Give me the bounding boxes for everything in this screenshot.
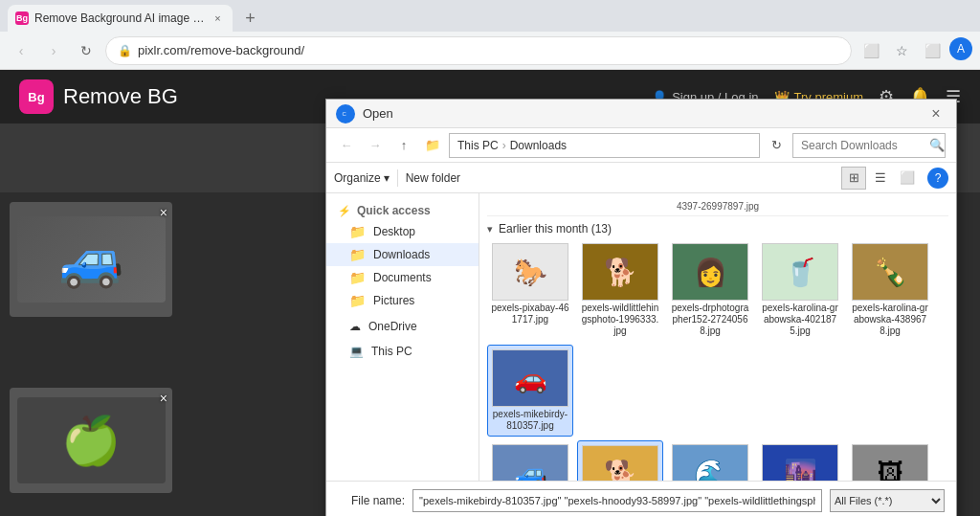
tab-close-btn[interactable]: × <box>210 11 225 26</box>
tab-favicon: Bg <box>15 11 29 25</box>
dialog-favicon: C <box>336 104 355 123</box>
file-thumb-horse: 🐎 <box>492 243 568 301</box>
sidebar-this-pc: 💻 This PC <box>326 341 479 362</box>
dialog-toolbar: Organize ▾ New folder ⊞ ☰ ⬜ ? <box>326 163 956 193</box>
dialog-forward-button[interactable]: → <box>363 133 388 158</box>
file-item-woman[interactable]: 👩 pexels-drphotographer152-27240568.jpg <box>667 239 753 341</box>
view-icon-button[interactable]: ⊞ <box>841 167 866 190</box>
file-thumb-sample1: 🌊 <box>672 444 748 481</box>
file-thumb-beach: 🐕 <box>582 445 658 481</box>
quick-access-label: Quick access <box>357 204 431 217</box>
filename-input[interactable] <box>412 489 822 512</box>
extensions-icon[interactable]: ⬜ <box>858 37 884 64</box>
dialog-close-button[interactable]: × <box>925 103 947 124</box>
dialog-search-input[interactable] <box>792 133 946 158</box>
address-text: pixlr.com/remove-background/ <box>138 43 839 57</box>
open-dialog: C Open × ← → ↑ 📁 This PC › Downloads ↻ 🔍 <box>325 99 957 516</box>
section-collapse-icon[interactable]: ▾ <box>487 223 493 236</box>
file-item-car-sel[interactable]: 🚗 pexels-mikebirdy-810357.jpg <box>487 345 573 437</box>
file-thumb-suv: 🚙 <box>492 444 568 481</box>
profile-avatar[interactable]: A <box>949 37 972 60</box>
file-item-sample2[interactable]: 🌆 sample_1280×853.tiff <box>757 440 843 481</box>
sidebar-item-downloads[interactable]: 📁 Downloads <box>326 243 479 266</box>
file-name-drinks: pexels-karolina-grabowska-4021875.jpg <box>761 303 839 337</box>
breadcrumb-this-pc[interactable]: This PC <box>457 139 499 152</box>
file-item-sample3[interactable]: 🖼 sample_1280×853.bmp <box>847 440 933 481</box>
organize-button[interactable]: Organize ▾ <box>334 171 390 185</box>
dialog-refresh-button[interactable]: ↻ <box>764 133 789 158</box>
search-icon[interactable]: 🔍 <box>925 133 948 158</box>
sidebar-item-pictures[interactable]: 📁 Pictures <box>326 289 479 312</box>
file-item-horse[interactable]: 🐎 pexels-pixabay-461717.jpg <box>487 239 573 341</box>
this-pc-item[interactable]: 💻 This PC <box>326 341 479 362</box>
onedrive-label: OneDrive <box>368 320 417 333</box>
top-file-partial: 4397-26997897.jpg <box>487 201 948 216</box>
filename-row: File name: All Files (*.*) <box>338 489 945 512</box>
file-item-beach[interactable]: 🐕 pexels-hnoody93-58997.jpg <box>577 440 663 481</box>
reload-button[interactable]: ↻ <box>73 37 100 64</box>
view-details-button[interactable]: ⬜ <box>895 167 920 190</box>
onedrive-item[interactable]: ☁ OneDrive <box>326 316 479 337</box>
active-tab[interactable]: Bg Remove Background AI image … × <box>8 5 233 32</box>
desktop-folder-icon: 📁 <box>349 224 366 239</box>
back-button[interactable]: ‹ <box>8 37 34 64</box>
new-folder-button[interactable]: New folder <box>406 171 460 185</box>
dialog-footer: File name: All Files (*.*) Open Cancel <box>326 481 956 516</box>
sidebar-item-desktop[interactable]: 📁 Desktop <box>326 220 479 243</box>
file-item-dogs[interactable]: 🐕 pexels-wildlittlehingsphoto-1996333.jp… <box>577 239 663 341</box>
downloads-folder-icon: 📁 <box>349 247 366 262</box>
this-pc-icon: 💻 <box>349 345 364 358</box>
extensions2-icon[interactable]: ⬜ <box>919 37 946 64</box>
breadcrumb: This PC › Downloads <box>449 133 760 158</box>
dialog-back-button[interactable]: ← <box>334 133 359 158</box>
file-item-bottles[interactable]: 🍾 pexels-karolina-grabowska-4389678.jpg <box>847 239 933 341</box>
file-thumb-dogs: 🐕 <box>582 243 658 301</box>
documents-label: Documents <box>373 271 432 284</box>
dialog-overlay: C Open × ← → ↑ 📁 This PC › Downloads ↻ 🔍 <box>0 70 980 516</box>
svg-text:C: C <box>342 111 346 117</box>
dialog-folder-button[interactable]: 📁 <box>420 133 445 158</box>
lock-icon: 🔒 <box>118 44 132 57</box>
file-grid-2: 🚙 pexels-mikebirdy-116675.jpg 🐕 pexels-h… <box>487 440 948 481</box>
view-buttons: ⊞ ☰ ⬜ <box>841 167 920 190</box>
file-name-car-sel: pexels-mikebirdy-810357.jpg <box>492 409 568 432</box>
filename-label: File name: <box>338 494 405 507</box>
file-item-suv[interactable]: 🚙 pexels-mikebirdy-116675.jpg <box>487 440 573 481</box>
dialog-title: Open <box>363 106 925 121</box>
downloads-label: Downloads <box>373 248 430 261</box>
onedrive-icon: ☁ <box>349 320 361 333</box>
this-pc-label: This PC <box>371 345 412 358</box>
file-name-woman: pexels-drphotographer152-27240568.jpg <box>671 303 749 337</box>
section-title-earlier: Earlier this month (13) <box>499 222 612 236</box>
section-header-earlier: ▾ Earlier this month (13) <box>487 220 948 239</box>
address-bar[interactable]: 🔒 pixlr.com/remove-background/ <box>105 36 852 65</box>
organize-label: Organize <box>334 171 381 185</box>
dialog-nav: ← → ↑ 📁 This PC › Downloads ↻ 🔍 <box>326 128 956 163</box>
view-list-button[interactable]: ☰ <box>868 167 893 190</box>
dialog-up-button[interactable]: ↑ <box>391 133 416 158</box>
breadcrumb-downloads[interactable]: Downloads <box>510 139 567 152</box>
documents-folder-icon: 📁 <box>349 270 366 285</box>
pictures-label: Pictures <box>373 294 414 307</box>
file-item-sample1[interactable]: 🌊 sample1.webp <box>667 440 753 481</box>
help-button[interactable]: ? <box>927 168 948 189</box>
sidebar-item-documents[interactable]: 📁 Documents <box>326 266 479 289</box>
dialog-titlebar: C Open × <box>326 100 956 128</box>
file-thumb-sample3: 🖼 <box>852 444 928 481</box>
forward-button[interactable]: › <box>40 37 67 64</box>
filetype-select[interactable]: All Files (*.*) <box>830 489 945 512</box>
file-name-bottles: pexels-karolina-grabowska-4389678.jpg <box>851 303 929 337</box>
dialog-content: 4397-26997897.jpg ▾ Earlier this month (… <box>479 193 956 481</box>
bookmark-icon[interactable]: ☆ <box>888 37 915 64</box>
page-content: Bg Remove BG 👤 Sign up / Log in 👑 Try pr… <box>0 70 980 516</box>
file-name-dogs: pexels-wildlittlehingsphoto-1996333.jpg <box>581 303 659 337</box>
file-grid: 🐎 pexels-pixabay-461717.jpg 🐕 pexels-wil… <box>487 239 948 437</box>
file-thumb-car-sel: 🚗 <box>492 349 568 407</box>
new-tab-button[interactable]: + <box>236 5 263 32</box>
pictures-folder-icon: 📁 <box>349 293 366 308</box>
quick-access-icon: ⚡ <box>338 205 351 217</box>
dialog-body: ⚡ Quick access 📁 Desktop 📁 Downloads <box>326 193 956 481</box>
sidebar-quick-access: ⚡ Quick access 📁 Desktop 📁 Downloads <box>326 201 479 312</box>
file-name-horse: pexels-pixabay-461717.jpg <box>491 303 569 325</box>
file-item-drinks[interactable]: 🥤 pexels-karolina-grabowska-4021875.jpg <box>757 239 843 341</box>
